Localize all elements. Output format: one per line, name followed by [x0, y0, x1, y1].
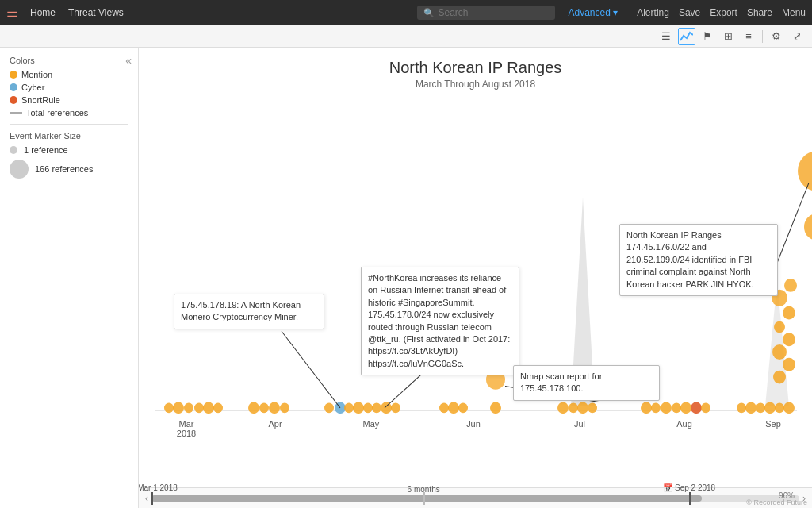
toolbar-separator [762, 30, 763, 43]
svg-point-57 [798, 151, 812, 190]
svg-text:Apr: Apr [268, 419, 282, 429]
mention-color-swatch [10, 71, 17, 79]
tooltip-fbi-text: North Korean IP Ranges 174.45.176.0/22 a… [626, 230, 754, 289]
list-view-icon[interactable]: ≡ [740, 28, 757, 45]
search-bar: 🔍 [417, 6, 555, 20]
search-input[interactable] [438, 7, 549, 18]
total-refs-label: Total references [26, 108, 88, 117]
svg-text:Mar: Mar [179, 419, 194, 429]
legend-snortrule: SnortRule [10, 95, 128, 105]
legend-collapse-button[interactable]: « [125, 54, 132, 67]
svg-point-53 [772, 344, 787, 360]
svg-point-34 [557, 402, 569, 414]
marker-large: 166 references [10, 160, 128, 179]
large-marker-circle [10, 160, 29, 179]
svg-point-40 [661, 402, 672, 414]
share-button[interactable]: Share [747, 7, 772, 18]
svg-point-17 [248, 402, 259, 414]
export-button[interactable]: Export [710, 7, 737, 18]
svg-point-38 [641, 402, 652, 414]
marker-size-title: Event Marker Size [10, 131, 128, 140]
nav-threat-views[interactable]: Threat Views [68, 7, 124, 18]
svg-point-15 [203, 402, 214, 414]
mention-label: Mention [21, 70, 52, 79]
svg-text:Jul: Jul [574, 419, 585, 429]
svg-text:Sep: Sep [765, 419, 781, 429]
svg-point-52 [783, 358, 795, 371]
grid-view-icon[interactable]: ⊞ [719, 28, 737, 45]
save-button[interactable]: Save [679, 7, 700, 18]
svg-point-43 [691, 402, 702, 414]
svg-point-54 [783, 333, 795, 346]
svg-point-39 [651, 403, 661, 414]
search-icon: 🔍 [423, 8, 435, 18]
small-marker-circle [10, 146, 17, 154]
total-refs-line-swatch [10, 112, 22, 114]
start-date-label: Mar 1 2018 [139, 483, 178, 492]
tooltip-crypto-text: 175.45.178.19: A North Korean Monero Cry… [181, 300, 301, 321]
marker-small: 1 reference [10, 145, 128, 155]
flag-view-icon[interactable]: ⚑ [699, 28, 716, 45]
svg-text:Aug: Aug [676, 419, 692, 429]
app-logo: ⚌ [6, 6, 17, 21]
svg-point-46 [745, 402, 756, 414]
svg-line-61 [282, 331, 340, 408]
svg-point-24 [353, 402, 364, 414]
chart-view-icon[interactable] [678, 28, 695, 45]
scroll-marker-mid[interactable]: 6 months [423, 492, 425, 505]
tooltip-nmap: Nmap scan report for 175.45.178.100. [513, 365, 660, 401]
scroll-marker-start[interactable]: 📅 Mar 1 2018 [151, 492, 153, 505]
svg-point-30 [448, 402, 459, 414]
cyber-color-swatch [10, 83, 17, 91]
svg-point-13 [184, 403, 193, 414]
alerting-button[interactable]: Alerting [637, 7, 669, 18]
svg-point-37 [588, 403, 597, 414]
svg-text:Jun: Jun [466, 419, 481, 429]
scroll-left-arrow[interactable]: ‹ [145, 493, 148, 504]
svg-point-16 [213, 403, 223, 414]
scroll-track[interactable]: 📅 Mar 1 2018 6 months 📅 Sep 2 2018 [151, 495, 799, 502]
svg-point-11 [164, 403, 174, 414]
cyber-label: Cyber [21, 83, 44, 92]
snortrule-color-swatch [10, 96, 17, 104]
svg-point-47 [756, 403, 765, 414]
menu-button[interactable]: Menu [782, 7, 806, 18]
tooltip-northkorea: #NorthKorea increases its reliance on Ru… [361, 267, 519, 375]
legend-divider [10, 124, 128, 125]
svg-point-49 [775, 403, 784, 414]
top-navigation: ⚌ Home Threat Views 🔍 Advanced ▾ Alertin… [0, 0, 812, 25]
svg-point-27 [381, 402, 392, 414]
svg-point-20 [280, 403, 289, 414]
svg-point-18 [259, 403, 269, 414]
svg-point-56 [783, 306, 795, 320]
snortrule-label: SnortRule [21, 95, 60, 105]
scroll-thumb[interactable] [151, 495, 702, 502]
calendar-icon-end: 📅 [663, 483, 672, 492]
svg-point-23 [344, 403, 354, 414]
tooltip-northkorea-text: #NorthKorea increases its reliance on Ru… [368, 273, 510, 368]
expand-icon[interactable]: ⤢ [788, 28, 806, 45]
legend-total-refs: Total references [10, 108, 128, 117]
svg-line-63 [773, 183, 809, 272]
nav-home[interactable]: Home [30, 7, 56, 18]
advanced-toggle[interactable]: Advanced ▾ [568, 7, 618, 18]
scroll-label-mid: 6 months [408, 485, 440, 494]
svg-point-42 [680, 402, 691, 414]
svg-point-14 [194, 403, 204, 414]
legend-mention: Mention [10, 70, 128, 79]
scroll-marker-end[interactable]: 📅 Sep 2 2018 [689, 492, 691, 505]
svg-point-36 [577, 402, 588, 414]
table-view-icon[interactable]: ☰ [657, 28, 675, 45]
svg-point-28 [391, 403, 400, 414]
chart-area: North Korean IP Ranges March Through Aug… [139, 48, 812, 508]
svg-point-33 [490, 402, 501, 414]
svg-point-12 [173, 402, 184, 414]
scroll-label-end: 📅 Sep 2 2018 [663, 483, 715, 492]
svg-point-21 [324, 403, 334, 414]
svg-point-50 [783, 402, 795, 414]
svg-point-25 [363, 403, 373, 414]
svg-point-48 [764, 402, 776, 414]
svg-point-19 [269, 402, 280, 414]
svg-point-58 [804, 214, 812, 241]
settings-icon[interactable]: ⚙ [768, 28, 785, 45]
